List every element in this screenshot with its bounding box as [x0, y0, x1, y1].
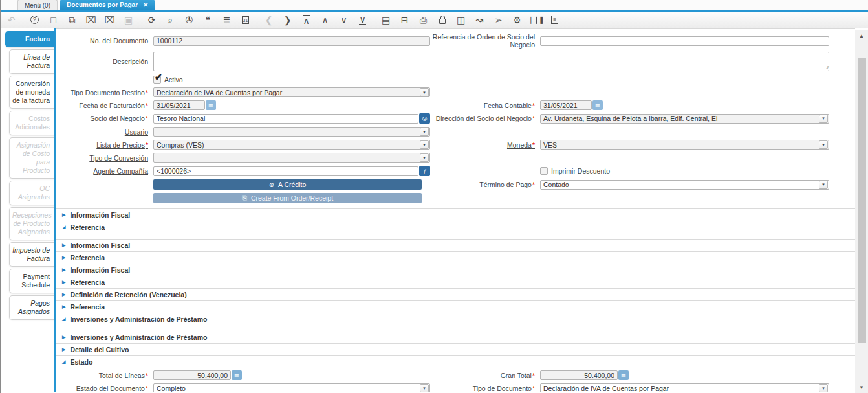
target-doc-type-label[interactable]: Tipo Documento Destino	[56, 89, 153, 96]
resize-handle-icon[interactable]: //	[827, 65, 828, 71]
help-icon[interactable]: ?	[28, 14, 41, 27]
chevron-down-icon[interactable]: ▼	[819, 140, 828, 149]
preferences-icon[interactable]: ⚙	[510, 14, 524, 27]
chevron-down-icon[interactable]: ▼	[420, 88, 429, 96]
previous-record-icon[interactable]: ∧	[318, 14, 332, 27]
next-record-icon[interactable]: ∨	[337, 14, 351, 27]
section-header[interactable]: ◢ Estado	[56, 356, 855, 368]
calculator-icon[interactable]: ▦	[618, 370, 629, 380]
price-list-label[interactable]: Lista de Precios	[56, 141, 153, 149]
chevron-down-icon[interactable]: ▼	[819, 181, 828, 189]
sidebar-tab-factura[interactable]: Factura	[5, 31, 54, 47]
chevron-down-icon[interactable]: ▼	[420, 384, 429, 392]
section-header[interactable]: ▶Inversiones y Administración de Préstam…	[56, 331, 855, 343]
section-header[interactable]: ▶Información Fiscal	[56, 240, 855, 251]
description-label: Descripción	[56, 52, 153, 65]
section-header[interactable]: ▶Definición de Retención (Venezuela)	[56, 289, 855, 300]
record-search-icon[interactable]: f	[419, 166, 430, 176]
currency-label[interactable]: Moneda	[430, 141, 540, 149]
grand-total-field[interactable]	[540, 370, 618, 380]
section-header[interactable]: ▶Referencia	[56, 301, 855, 313]
sidebar-tab-conversion-de-moneda-de-la-factura[interactable]: Conversión de moneda de la factura	[9, 76, 54, 109]
section-header[interactable]: ▶Información Fiscal	[56, 264, 855, 276]
order-reference-field[interactable]	[540, 36, 829, 46]
product-info-icon[interactable]: ❘❙❚	[529, 14, 543, 27]
price-list-combo[interactable]: Compras (VES) ▼	[153, 140, 430, 150]
sidebar-tab-impuesto-de-factura[interactable]: Impuesto de Factura	[9, 242, 54, 267]
send-icon[interactable]: ➢	[492, 14, 505, 27]
description-field[interactable]	[153, 52, 829, 71]
section-header[interactable]: ▶Referencia	[56, 276, 855, 288]
user-label[interactable]: Usuario	[56, 128, 153, 136]
nav-right-icon[interactable]: ❯	[281, 14, 294, 27]
user-combo[interactable]: ▼	[153, 127, 430, 137]
section-header[interactable]: ▶Información Fiscal	[56, 209, 855, 221]
print-icon[interactable]: ⎙	[417, 14, 430, 27]
sidebar-tab-linea-de-factura[interactable]: Línea de Factura	[9, 49, 54, 74]
currency-combo[interactable]: VES ▼	[540, 140, 829, 150]
discount-printed-checkbox[interactable]	[540, 167, 548, 175]
chevron-down-icon[interactable]: ▼	[819, 115, 828, 123]
section-header[interactable]: ◢Inversiones y Administración de Préstam…	[56, 313, 855, 325]
new-record-icon[interactable]: □	[47, 14, 60, 27]
last-record-icon[interactable]: ∨	[356, 14, 369, 27]
create-from-button[interactable]: ⎘ Create From Order/Receipt	[153, 193, 422, 203]
delete-selection-icon[interactable]: ⌧	[103, 14, 116, 27]
section-header[interactable]: ◢Referencia	[56, 221, 855, 233]
first-record-icon[interactable]: ∧	[299, 14, 313, 27]
payment-term-combo[interactable]: Contado ▼	[540, 180, 829, 190]
tab-menu[interactable]: Menú (0)	[17, 0, 58, 10]
tab-documentos-por-pagar[interactable]: Documentos por Pagar ✕	[60, 0, 155, 10]
business-partner-label[interactable]: Socio del Negocio	[56, 115, 153, 122]
account-date-field[interactable]	[540, 100, 592, 110]
log-icon[interactable]: ≡	[548, 14, 561, 27]
zoom-across-icon[interactable]: ◫	[454, 14, 468, 27]
chevron-down-icon[interactable]: ▼	[420, 140, 429, 149]
partner-location-label[interactable]: Dirección del Socio del Negocio	[430, 115, 540, 122]
section-header[interactable]: ▶Detalle del Cultivo	[56, 344, 855, 355]
section-header[interactable]: ▶Referencia	[56, 252, 855, 264]
archive-icon[interactable]: ⊟	[398, 14, 411, 27]
company-agent-field[interactable]	[153, 166, 418, 176]
doc-type-combo[interactable]: Declaración de IVA de Cuentas por Pagar …	[540, 383, 829, 392]
close-tab-icon[interactable]: ✕	[143, 1, 148, 8]
copy-record-icon[interactable]: ⧉	[65, 14, 79, 27]
total-lines-field[interactable]	[153, 370, 231, 380]
workflow-icon[interactable]: ↝	[473, 14, 486, 27]
chevron-down-icon[interactable]: ▼	[420, 128, 429, 136]
find-icon[interactable]: ⌕	[164, 14, 177, 27]
grid-toggle-icon[interactable]: ≣	[220, 14, 233, 27]
sidebar-tab-payment-schedule[interactable]: Payment Schedule	[9, 269, 54, 293]
sidebar-tab-pagos-asignados[interactable]: Pagos Asignados	[9, 295, 54, 320]
scroll-up-icon[interactable]: ▲	[855, 31, 868, 40]
lock-icon[interactable]	[435, 14, 449, 27]
chat-icon[interactable]: ❝	[201, 14, 215, 27]
calendar-picker-icon[interactable]: ▦	[206, 100, 216, 110]
vertical-scrollbar[interactable]: ▲ ▼	[855, 30, 868, 393]
document-no-field[interactable]	[153, 36, 430, 46]
calculator-icon[interactable]: ▦	[232, 370, 242, 380]
partner-location-combo[interactable]: Av. Urdaneta, Esquina de Pelota a Ibarra…	[540, 114, 829, 124]
calendar-picker-icon[interactable]: ▦	[592, 100, 603, 110]
refresh-icon[interactable]: ⟳	[145, 14, 158, 27]
record-search-icon[interactable]: ◎	[419, 113, 430, 124]
conversion-type-combo[interactable]: ▼	[153, 153, 430, 163]
calendar-icon[interactable]: 31	[239, 14, 252, 27]
chevron-down-icon[interactable]: ▼	[420, 153, 429, 162]
scroll-down-icon[interactable]: ▼	[855, 383, 868, 392]
chevron-down-icon[interactable]: ▼	[819, 384, 828, 392]
company-agent-label[interactable]: Agente Compañía	[56, 167, 153, 175]
date-invoiced-field[interactable]	[153, 100, 205, 110]
payment-term-label[interactable]: Término de Pago	[430, 181, 540, 188]
target-doc-type-combo[interactable]: Declaración de IVA de Cuentas por Pagar …	[153, 87, 430, 97]
delete-record-icon[interactable]: ⌧	[84, 14, 98, 27]
doc-status-combo[interactable]: Completo ▼	[153, 383, 430, 392]
active-checkbox[interactable]	[153, 76, 161, 84]
report-icon[interactable]: ▤	[379, 14, 393, 27]
scrollbar-thumb[interactable]	[858, 58, 866, 343]
on-credit-button[interactable]: ⊚ A Crédito	[153, 179, 422, 190]
doc-type-label[interactable]: Tipo de Documento	[430, 385, 540, 392]
conversion-type-label[interactable]: Tipo de Conversión	[56, 154, 153, 162]
attachment-icon[interactable]: ✇	[182, 14, 196, 27]
business-partner-field[interactable]	[153, 114, 418, 124]
